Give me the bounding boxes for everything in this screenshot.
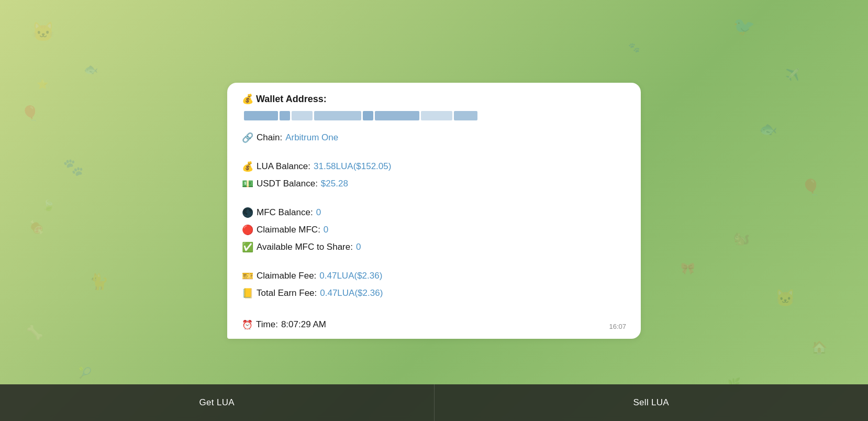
available-mfc-icon: ✅ — [242, 240, 253, 254]
clock-icon: ⏰ — [242, 319, 253, 330]
total-earn-fee-row: 📒 Total Earn Fee: 0.47LUA($2.36) — [242, 286, 626, 301]
addr-block-4 — [314, 111, 361, 120]
spacer-3 — [242, 262, 626, 269]
claimable-fee-label: Claimable Fee: — [257, 269, 316, 283]
spacer-4 — [242, 308, 626, 315]
chain-value: Arbitrum One — [285, 131, 338, 145]
mfc-balance-value: 0 — [316, 206, 321, 219]
usdt-balance-label: USDT Balance: — [257, 177, 318, 191]
lua-balance-value: 31.58LUA($152.05) — [314, 160, 391, 173]
sell-lua-button[interactable]: Sell LUA — [435, 384, 869, 421]
available-mfc-label: Available MFC to Share: — [257, 240, 353, 254]
chat-container: 💰 Wallet Address: 🔗 Chain: Arbitrum One — [0, 0, 868, 421]
claimable-mfc-icon: 🔴 — [242, 223, 253, 237]
chain-section: 🔗 Chain: Arbitrum One — [242, 131, 626, 145]
claimable-fee-value: 0.47LUA($2.36) — [319, 269, 382, 283]
chain-icon: 🔗 — [242, 131, 253, 145]
usdt-icon: 💵 — [242, 177, 253, 191]
balance-section: 💰 LUA Balance: 31.58LUA($152.05) 💵 USDT … — [242, 160, 626, 191]
spacer-1 — [242, 152, 626, 160]
time-row: ⏰ Time: 8:07:29 AM — [242, 319, 326, 330]
addr-block-7 — [421, 111, 452, 120]
available-mfc-row: ✅ Available MFC to Share: 0 — [242, 240, 626, 254]
total-earn-fee-icon: 📒 — [242, 286, 253, 301]
lua-icon: 💰 — [242, 160, 253, 174]
get-lua-button[interactable]: Get LUA — [0, 384, 435, 421]
usdt-balance-row: 💵 USDT Balance: $25.28 — [242, 177, 626, 191]
available-mfc-value: 0 — [356, 240, 361, 254]
mfc-balance-row: 🌑 MFC Balance: 0 — [242, 206, 626, 220]
mfc-icon: 🌑 — [242, 206, 253, 220]
claimable-mfc-label: Claimable MFC: — [257, 223, 320, 237]
chain-label: Chain: — [257, 131, 282, 145]
message-bubble: 💰 Wallet Address: 🔗 Chain: Arbitrum One — [227, 83, 641, 339]
spacer-2 — [242, 198, 626, 206]
wallet-address-label: 💰 Wallet Address: — [242, 93, 327, 105]
addr-block-8 — [454, 111, 477, 120]
addr-block-2 — [280, 111, 290, 120]
addr-block-5 — [363, 111, 373, 120]
mfc-balance-label: MFC Balance: — [257, 206, 313, 219]
claimable-mfc-row: 🔴 Claimable MFC: 0 — [242, 223, 626, 237]
chain-row: 🔗 Chain: Arbitrum One — [242, 131, 626, 145]
lua-balance-row: 💰 LUA Balance: 31.58LUA($152.05) — [242, 160, 626, 174]
timestamp-row: ⏰ Time: 8:07:29 AM 16:07 — [242, 319, 626, 330]
claimable-fee-row: 🎫 Claimable Fee: 0.47LUA($2.36) — [242, 269, 626, 283]
time-value: 8:07:29 AM — [281, 319, 326, 330]
mfc-section: 🌑 MFC Balance: 0 🔴 Claimable MFC: 0 ✅ Av… — [242, 206, 626, 254]
message-timestamp: 16:07 — [609, 323, 626, 330]
addr-block-1 — [244, 111, 278, 120]
bottom-bar: Get LUA Sell LUA — [0, 384, 868, 421]
total-earn-fee-label: Total Earn Fee: — [257, 286, 317, 300]
wallet-address-bar — [244, 110, 548, 121]
wallet-address-row: 💰 Wallet Address: — [242, 93, 626, 105]
claimable-fee-icon: 🎫 — [242, 269, 253, 283]
addr-block-3 — [292, 111, 313, 120]
fee-section: 🎫 Claimable Fee: 0.47LUA($2.36) 📒 Total … — [242, 269, 626, 301]
addr-block-6 — [375, 111, 419, 120]
usdt-balance-value: $25.28 — [321, 177, 348, 191]
time-label: Time: — [256, 319, 278, 330]
claimable-mfc-value: 0 — [324, 223, 328, 237]
lua-balance-label: LUA Balance: — [257, 160, 310, 173]
total-earn-fee-value: 0.47LUA($2.36) — [320, 286, 383, 300]
